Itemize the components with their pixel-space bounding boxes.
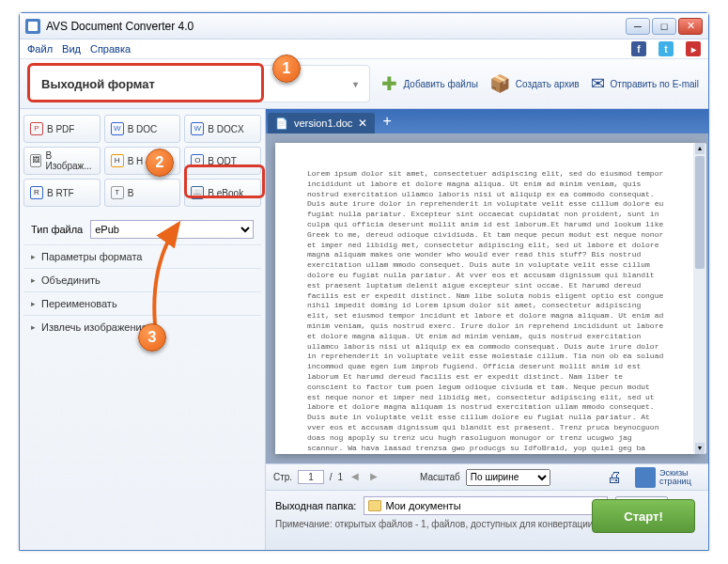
annotation-marker-1: 1: [272, 55, 301, 83]
doc-icon: 📄: [275, 118, 288, 130]
titlebar: AVS Document Converter 4.0 ─ □ ✕: [20, 13, 708, 39]
side-format-params[interactable]: Параметры формата: [23, 244, 261, 268]
doc-icon: W: [111, 122, 124, 135]
doc-icon: H: [111, 154, 124, 167]
twitter-icon[interactable]: t: [658, 41, 674, 56]
menubar: Файл Вид Справка f t ▸: [20, 39, 708, 58]
format-odt[interactable]: OВ ODT: [184, 147, 261, 175]
tab-close-icon[interactable]: ✕: [358, 117, 367, 130]
annotation-marker-2: 2: [146, 149, 174, 177]
maximize-button[interactable]: □: [652, 18, 676, 35]
prev-page-icon[interactable]: ◀: [349, 471, 362, 484]
email-icon: ✉: [591, 73, 605, 94]
printer-icon: 🖨: [607, 469, 622, 486]
doc-icon: O: [191, 154, 204, 167]
format-grid: PВ PDF WВ DOC WВ DOCX 🖼В Изображ... HВ H…: [23, 115, 261, 207]
doc-icon: P: [30, 122, 43, 135]
minimize-button[interactable]: ─: [626, 18, 650, 35]
app-window: AVS Document Converter 4.0 ─ □ ✕ Файл Ви…: [19, 12, 709, 551]
main-area: 📄 version1.doc ✕ + Lorem ipsum dolor sit…: [266, 109, 708, 550]
page-label: Стр.: [273, 472, 292, 482]
menu-file[interactable]: Файл: [27, 43, 53, 55]
print-button[interactable]: 🖨: [603, 467, 626, 488]
doc-icon: W: [191, 122, 204, 135]
output-folder-input[interactable]: Мои документы ▾: [364, 496, 608, 515]
doc-icon: R: [30, 186, 43, 199]
add-files-button[interactable]: ✚ Добавить файлы: [376, 62, 483, 105]
format-docx[interactable]: WВ DOCX: [184, 115, 261, 143]
create-archive-button[interactable]: 📦 Создать архив: [484, 62, 585, 105]
facebook-icon[interactable]: f: [631, 41, 646, 56]
image-icon: 🖼: [30, 154, 41, 167]
doc-icon: T: [111, 186, 124, 199]
output-format-header[interactable]: Выходной формат ▾: [29, 65, 370, 102]
app-icon: [25, 19, 40, 34]
folder-icon: [368, 500, 381, 511]
footer: Выходная папка: Мои документы ▾ Обзор...…: [266, 490, 708, 550]
tabbar: 📄 version1.doc ✕ +: [266, 109, 708, 133]
side-merge[interactable]: Объединить: [23, 268, 261, 291]
book-icon: 📖: [191, 186, 204, 199]
file-type-label: Тип файла: [31, 224, 83, 235]
window-title: AVS Document Converter 4.0: [46, 20, 626, 33]
scroll-down-icon[interactable]: ▾: [695, 443, 705, 454]
menu-view[interactable]: Вид: [62, 43, 81, 55]
menu-help[interactable]: Справка: [90, 43, 131, 55]
youtube-icon[interactable]: ▸: [686, 41, 701, 56]
close-button[interactable]: ✕: [678, 18, 703, 35]
scroll-up-icon[interactable]: ▴: [695, 143, 705, 154]
output-folder-label: Выходная папка:: [275, 500, 356, 511]
next-page-icon[interactable]: ▶: [367, 471, 380, 484]
format-rtf[interactable]: RВ RTF: [23, 179, 101, 207]
zoom-label: Масштаб: [420, 472, 460, 482]
file-type-select[interactable]: ePub: [90, 220, 254, 239]
thumbnails-icon: [635, 467, 656, 488]
document-page: Lorem ipsum dolor sit amet, consectetuer…: [275, 143, 699, 454]
document-tab[interactable]: 📄 version1.doc ✕: [268, 113, 375, 133]
scrollbar-thumb[interactable]: [695, 156, 705, 269]
send-email-button[interactable]: ✉ Отправить по E-mail: [585, 62, 705, 105]
side-rename[interactable]: Переименовать: [23, 291, 261, 315]
preview-area: Lorem ipsum dolor sit amet, consectetuer…: [266, 133, 708, 463]
plus-icon: ✚: [381, 72, 397, 95]
start-button[interactable]: Старт!: [592, 499, 695, 533]
zoom-select[interactable]: По ширине: [466, 469, 550, 486]
svg-rect-1: [28, 22, 38, 31]
vertical-scrollbar[interactable]: ▴ ▾: [693, 143, 706, 454]
output-format-label: Выходной формат: [41, 77, 155, 91]
page-current[interactable]: 1: [298, 470, 324, 484]
annotation-marker-3: 3: [138, 323, 166, 352]
toolbar: Выходной формат ▾ ✚ Добавить файлы 📦 Соз…: [20, 58, 708, 109]
thumbnails-button[interactable]: Эскизы страниц: [631, 465, 701, 490]
statusbar: Стр. 1 / 1 ◀ ▶ Масштаб По ширине 🖨 Эскиз…: [266, 463, 708, 490]
format-pdf[interactable]: PВ PDF: [23, 115, 101, 143]
format-ebook[interactable]: 📖В eBook: [184, 179, 261, 207]
page-total: 1: [338, 472, 344, 482]
format-image[interactable]: 🖼В Изображ...: [23, 147, 101, 175]
format-txt[interactable]: TВ: [104, 179, 181, 207]
format-doc[interactable]: WВ DOC: [104, 115, 181, 143]
add-tab-button[interactable]: +: [375, 113, 398, 130]
archive-icon: 📦: [489, 73, 510, 94]
